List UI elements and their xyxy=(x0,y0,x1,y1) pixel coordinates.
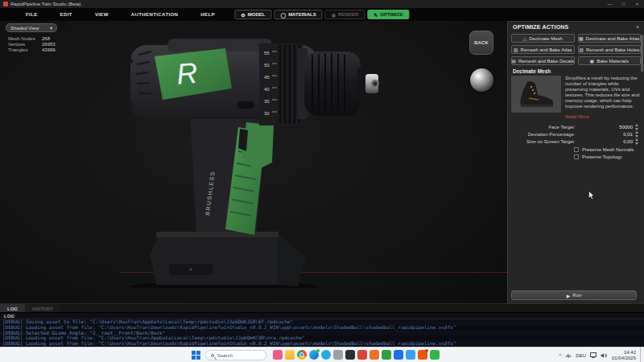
minimize-button[interactable]: — xyxy=(603,0,617,8)
pinned-app-icon[interactable] xyxy=(394,350,403,360)
display-icon[interactable] xyxy=(590,352,597,358)
render-mode-label: RENDER xyxy=(338,12,358,17)
pinned-app-icon[interactable] xyxy=(333,350,343,360)
remesh-bake-holes-button[interactable]: ▨ Remesh and Bake Holes xyxy=(578,45,642,54)
bake-materials-button[interactable]: ▣ Bake Materials xyxy=(578,56,642,65)
menu-file[interactable]: FILE xyxy=(14,8,49,21)
title-bar: RapidPipeline Twin Studio (Beta) — □ × xyxy=(0,0,644,8)
pencil-icon: ✎ xyxy=(374,12,378,18)
tab-history[interactable]: HISTORY xyxy=(25,304,60,312)
menu-help[interactable]: HELP xyxy=(189,8,226,21)
model-mode-button[interactable]: ⚙ MODEL xyxy=(234,10,271,19)
face-target-input[interactable]: 50000 xyxy=(574,125,635,130)
decimate-bake-atlas-button[interactable]: ▦ Decimate and Bake Atlas xyxy=(578,34,642,43)
remesh-holes-icon: ▨ xyxy=(579,47,584,52)
taskbar-clock[interactable]: 14:42 01/04/2026 xyxy=(612,350,636,360)
chevron-down-icon: ▾ xyxy=(50,25,52,31)
material-preview-sphere[interactable] xyxy=(470,68,493,92)
mode-switcher: ⚙ MODEL ◯ MATERIALS ◉ RENDER ✎ OPTIMIZE xyxy=(234,10,409,19)
windows-taskbar: Search ^ DEU 14:42 01/04/2 xyxy=(0,347,644,362)
decimate-detail-row: Simplifies a mesh by reducing the number… xyxy=(511,76,641,113)
render-mode-button[interactable]: ◉ RENDER xyxy=(325,10,365,19)
drill-model[interactable]: BRUSHLESS R 55 50 45 xyxy=(119,23,385,288)
materials-mode-button[interactable]: ◯ MATERIALS xyxy=(274,10,322,19)
pinned-app-icon[interactable] xyxy=(430,350,440,360)
file-explorer-icon[interactable] xyxy=(285,350,295,360)
close-icon[interactable]: × xyxy=(636,24,639,30)
log-line: [DEBUG] Loading asset from file: "C:\Use… xyxy=(0,341,644,347)
pinned-app-icon[interactable] xyxy=(382,350,391,360)
search-icon xyxy=(211,354,214,357)
action-description: Simplifies a mesh by reducing the number… xyxy=(565,76,641,113)
collar-label: 55 xyxy=(264,51,270,56)
preserve-topology-row: Preserve Topology xyxy=(574,154,644,159)
edge-icon[interactable] xyxy=(309,350,319,360)
optimize-actions-panel: OPTIMIZE ACTIONS × △ Decimate Mesh ▦ Dec… xyxy=(507,21,644,303)
taskbar-search[interactable]: Search xyxy=(205,350,266,360)
back-button[interactable]: BACK xyxy=(469,31,493,55)
window-controls: — □ × xyxy=(603,0,644,8)
maximize-button[interactable]: □ xyxy=(617,0,630,8)
system-tray: ^ DEU 14:42 01/04/2026 xyxy=(559,348,642,362)
chrome-icon[interactable] xyxy=(297,350,307,360)
menu-authentication[interactable]: AUTHENTICATION xyxy=(120,8,189,21)
preserve-mesh-normals-checkbox[interactable] xyxy=(574,147,579,152)
menu-view[interactable]: VIEW xyxy=(84,8,120,21)
remesh-bake-decals-button[interactable]: ▤ Remesh and Bake Decals xyxy=(511,56,575,65)
tab-log[interactable]: LOG xyxy=(0,304,25,312)
app-logo-icon xyxy=(3,2,8,6)
remesh-decals-icon: ▤ xyxy=(511,58,516,64)
pinned-app-icon[interactable] xyxy=(418,350,427,360)
log-output[interactable]: [DEBUG] Saving asset to file: "C:\Users\… xyxy=(0,319,644,347)
read-more-link[interactable]: Read More xyxy=(565,114,641,119)
log-section-header: LOG xyxy=(0,313,644,319)
deviation-percentage-input[interactable]: 0,01 xyxy=(574,132,635,137)
language-indicator[interactable]: DEU xyxy=(576,353,586,358)
viewport-3d[interactable]: Shaded View ▾ Mesh Nodes 268 Vertices 26… xyxy=(0,21,507,303)
clock-date: 01/04/2026 xyxy=(612,356,636,361)
bake-atlas-icon: ▦ xyxy=(579,35,584,41)
windows-start-icon[interactable] xyxy=(192,351,200,360)
gear-icon: ⚙ xyxy=(241,12,245,18)
decimate-mesh-button[interactable]: △ Decimate Mesh xyxy=(511,34,575,43)
stepper-icon[interactable] xyxy=(635,131,639,138)
optimize-mode-button[interactable]: ✎ OPTIMIZE xyxy=(367,10,409,19)
view-mode-label: Shaded View xyxy=(10,26,39,31)
example-thumbnail xyxy=(511,76,561,113)
camera-icon: ◉ xyxy=(332,12,336,18)
decimate-icon: △ xyxy=(523,35,527,41)
tray-chevron-up-icon[interactable]: ^ xyxy=(559,353,561,358)
volume-icon[interactable] xyxy=(601,352,608,359)
stepper-icon[interactable] xyxy=(635,124,639,130)
pinned-app-icon[interactable] xyxy=(273,350,283,360)
stepper-icon[interactable] xyxy=(635,138,639,145)
stat-mesh-nodes: Mesh Nodes 268 xyxy=(8,36,56,42)
boot-thumbnail-image xyxy=(511,76,561,113)
view-mode-dropdown[interactable]: Shaded View ▾ xyxy=(6,23,57,32)
onedrive-icon[interactable] xyxy=(406,350,415,360)
collar-label: 50 xyxy=(264,63,270,68)
panel-title: OPTIMIZE ACTIONS xyxy=(513,24,568,30)
pinned-app-icon[interactable] xyxy=(345,350,355,360)
size-on-screen-input[interactable]: 0,00 xyxy=(574,139,635,144)
collar-label: 30 xyxy=(264,111,270,116)
close-button[interactable]: × xyxy=(630,0,644,8)
menu-items: FILE EDIT VIEW AUTHENTICATION HELP xyxy=(0,8,226,21)
size-on-screen-field: Size on Screen Target 0,00 xyxy=(508,138,644,145)
show-desktop-button[interactable] xyxy=(640,348,642,362)
network-icon[interactable] xyxy=(565,352,572,358)
remesh-bake-atlas-button[interactable]: ▧ Remesh and Bake Atlas xyxy=(511,45,575,54)
menu-edit[interactable]: EDIT xyxy=(49,8,84,21)
pinned-app-icon[interactable] xyxy=(357,350,367,360)
run-button[interactable]: ▶ Run xyxy=(511,290,637,300)
preserve-mesh-normals-row: Preserve Mesh Normals xyxy=(574,147,644,152)
panel-header: OPTIMIZE ACTIONS × xyxy=(508,22,644,31)
decimate-settings: Face Target 50000 Deviation Percentage 0… xyxy=(508,123,644,159)
pinned-app-icon[interactable] xyxy=(369,350,379,360)
sphere-icon: ◯ xyxy=(280,12,286,18)
search-label: Search xyxy=(217,353,233,358)
panel-scrollbar[interactable] xyxy=(641,35,643,72)
menu-bar: FILE EDIT VIEW AUTHENTICATION HELP ⚙ MOD… xyxy=(0,8,644,21)
pinned-app-icon[interactable] xyxy=(321,350,331,360)
preserve-topology-checkbox[interactable] xyxy=(574,154,579,159)
